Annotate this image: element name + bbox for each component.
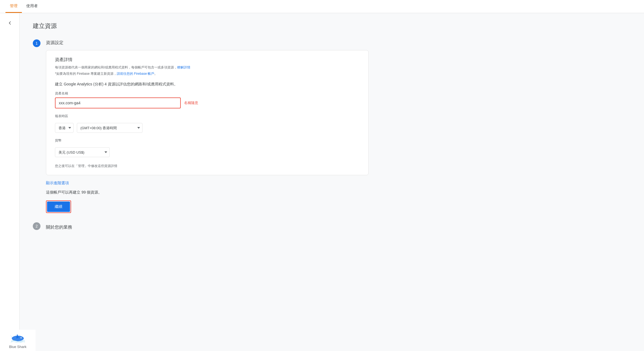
page-title: 建立資源	[33, 22, 631, 30]
step1-container: 1 資源設定 資產詳情 每項資源都代表一個商家的網站和/或應用程式資料，每個帳戶…	[33, 39, 631, 213]
top-navigation: 管理 使用者	[0, 0, 644, 13]
currency-select[interactable]: 美元 (USD US$)	[55, 147, 110, 157]
continue-button[interactable]: 繼續	[47, 202, 70, 212]
main-container: 建立資源 1 資源設定 資產詳情 每項資源都代表一個商家的網站和/或應用程式資料…	[0, 13, 644, 351]
property-name-label: 資產名稱	[55, 91, 360, 96]
currency-section: 貨幣 美元 (USD US$)	[55, 138, 360, 157]
property-name-input-row: 名稱隨意	[55, 97, 360, 108]
currency-label: 貨幣	[55, 138, 360, 143]
card-desc2: *如要為現有的 Firebase 專案建立新資源，請前往您的 Firebase …	[55, 71, 360, 76]
property-name-input[interactable]	[55, 97, 181, 108]
card-desc1: 每項資源都代表一個商家的網站和/或應用程式資料，每個帳戶可包含一或多項資源，瞭解…	[55, 65, 360, 70]
tab-users[interactable]: 使用者	[22, 0, 42, 13]
step2-label: 關於您的業務	[46, 223, 72, 230]
shark-logo-icon	[10, 332, 25, 344]
sidebar	[0, 13, 20, 351]
card-title: 資產詳情	[55, 57, 360, 63]
property-name-hint: 名稱隨意	[184, 100, 198, 105]
step2-number: 2	[33, 222, 40, 230]
footer-note: 您之後可以在「管理」中修改這些資源詳情	[55, 164, 360, 168]
continue-button-wrapper: 繼續	[46, 200, 71, 213]
learn-more-link[interactable]: 瞭解詳情	[177, 65, 190, 69]
timezone-section: 報表時區 香港 (GMT+08:00) 香港時間	[55, 114, 360, 133]
timezone-row: 香港 (GMT+08:00) 香港時間	[55, 123, 360, 133]
step1-body: 資源設定 資產詳情 每項資源都代表一個商家的網站和/或應用程式資料，每個帳戶可包…	[46, 39, 631, 213]
step2-container: 2 關於您的業務	[33, 222, 631, 230]
blue-shark-label: Blue Shark	[9, 345, 27, 349]
firebase-link[interactable]: 請前往您的 Firebase 帳戶	[117, 72, 154, 76]
main-content: 建立資源 1 資源設定 資產詳情 每項資源都代表一個商家的網站和/或應用程式資料…	[20, 13, 644, 351]
step1-label: 資源設定	[46, 39, 631, 46]
tab-admin[interactable]: 管理	[5, 0, 22, 13]
timezone-label: 報表時區	[55, 114, 360, 119]
timezone-value-select[interactable]: (GMT+08:00) 香港時間	[77, 123, 142, 133]
shark-svg-icon	[10, 332, 25, 343]
back-button[interactable]	[4, 18, 15, 28]
currency-row: 美元 (USD US$)	[55, 147, 360, 157]
svg-marker-1	[10, 335, 12, 338]
back-arrow-icon	[7, 20, 13, 26]
create-desc: 建立 Google Analytics (分析) 4 資源以評估您的網路和/或應…	[55, 82, 360, 87]
property-details-card: 資產詳情 每項資源都代表一個商家的網站和/或應用程式資料，每個帳戶可包含一或多項…	[46, 50, 369, 175]
advanced-options-link[interactable]: 顯示進階選項	[46, 181, 69, 186]
timezone-region-select[interactable]: 香港	[55, 123, 74, 133]
blue-shark-watermark: Blue Shark	[0, 330, 36, 351]
can-create-text: 這個帳戶可以再建立 99 個資源。	[46, 190, 631, 195]
step1-number: 1	[33, 39, 40, 47]
svg-point-3	[21, 337, 22, 338]
